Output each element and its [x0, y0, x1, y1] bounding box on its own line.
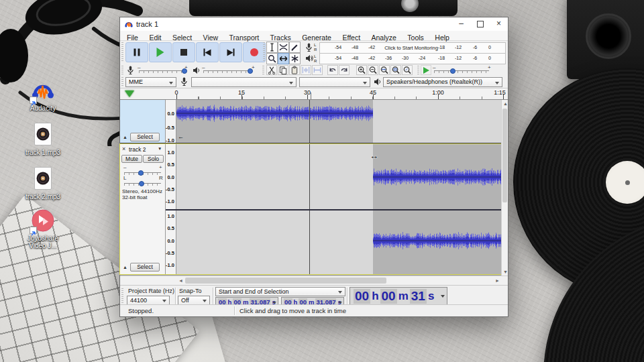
menu-analyze[interactable]: Analyze: [368, 33, 400, 42]
horizontal-scrollbar[interactable]: ◄ ►: [120, 276, 508, 286]
menu-help[interactable]: Help: [431, 33, 453, 42]
scroll-up-icon[interactable]: ▲: [503, 101, 508, 106]
horizontal-scroll-thumb[interactable]: [185, 278, 386, 284]
scroll-down-icon[interactable]: ▼: [503, 269, 508, 274]
recording-volume-thumb[interactable]: [182, 68, 187, 74]
skip-to-start-button[interactable]: [196, 42, 219, 62]
track-2-ch2-clip[interactable]: [373, 210, 502, 274]
envelope-tool-button[interactable]: [278, 42, 289, 53]
zoom-toggle-button[interactable]: [402, 65, 413, 75]
title-bar[interactable]: track 1 – ×: [120, 17, 508, 32]
zoom-out-button[interactable]: [368, 65, 378, 75]
menu-generate[interactable]: Generate: [298, 33, 335, 42]
pause-button[interactable]: [125, 42, 148, 62]
track-menu-arrow-icon[interactable]: ▼: [158, 146, 162, 151]
track-1-waveform-area[interactable]: ←: [176, 100, 502, 143]
track-1-vertical-ruler[interactable]: 0.0 -0.5 -1.0: [166, 100, 176, 143]
track-2-ch2-waveform-area[interactable]: [176, 210, 502, 274]
paste-button[interactable]: [289, 65, 300, 75]
stop-button[interactable]: [172, 42, 195, 62]
minimize-button[interactable]: –: [452, 17, 470, 30]
playback-volume-slider[interactable]: [203, 70, 252, 73]
record-button[interactable]: [243, 42, 266, 62]
vertical-scroll-thumb[interactable]: [502, 109, 507, 202]
play-at-speed-button[interactable]: [421, 65, 431, 75]
skip-to-end-button[interactable]: [219, 42, 242, 62]
selection-tool-button[interactable]: [266, 42, 278, 53]
play-button[interactable]: [149, 42, 172, 62]
maximize-button[interactable]: [471, 17, 489, 30]
menu-file[interactable]: File: [123, 33, 142, 42]
playback-meter[interactable]: -54 -48 -42 -36 -30 -24 -18 -12 -6 0: [319, 53, 506, 64]
toolbar-grip[interactable]: [121, 66, 123, 74]
track-2-control-panel[interactable]: × track 2 ▼ Mute Solo – + L R Stereo, 44…: [120, 144, 166, 274]
track-2-select-button[interactable]: Select: [130, 263, 160, 272]
menu-edit[interactable]: Edit: [145, 33, 165, 42]
copy-button[interactable]: [278, 65, 288, 75]
menu-select[interactable]: Select: [168, 33, 196, 42]
toolbar-grip[interactable]: [121, 42, 123, 61]
menu-view[interactable]: View: [199, 33, 223, 42]
scroll-left-icon[interactable]: ◄: [178, 278, 183, 283]
toolbar-grip[interactable]: [121, 77, 123, 86]
separator: [175, 288, 176, 305]
recording-channels-select[interactable]: [299, 77, 370, 87]
desktop-icon-track1-mp3[interactable]: track 1.mp3: [15, 122, 71, 156]
desktop-icon-joyoshare[interactable]: JoyoshareVideo J...: [15, 208, 71, 249]
audio-host-select[interactable]: MME: [125, 77, 176, 87]
project-rate-select[interactable]: 44100: [127, 296, 170, 305]
track-2-name[interactable]: track 2: [129, 146, 146, 153]
track-2-ch1-waveform-area[interactable]: [176, 144, 502, 209]
track-2-ch2-ruler[interactable]: 1.0 0.5 0.0 -0.5 -1.0: [166, 210, 176, 274]
draw-tool-button[interactable]: [289, 42, 301, 53]
scroll-right-icon[interactable]: ►: [495, 278, 500, 283]
playback-device-select[interactable]: Speakers/Headphones (Realtek(R)): [383, 77, 502, 87]
close-button[interactable]: ×: [490, 17, 508, 30]
menu-tracks[interactable]: Tracks: [266, 33, 295, 42]
recording-meter[interactable]: -54 -48 -42 Click to Start Monitoring -1…: [319, 42, 506, 54]
vertical-scrollbar[interactable]: ▲ ▼: [501, 100, 508, 276]
track-2-ch1-ruler[interactable]: 1.0 0.5 0.0 -0.5 -1.0: [166, 144, 176, 209]
track-1-select-button[interactable]: Select: [130, 133, 160, 141]
play-speed-thumb[interactable]: [450, 68, 455, 74]
selection-mode-select[interactable]: Start and End of Selection: [215, 287, 345, 296]
track-1-control-panel[interactable]: ▲ Select: [120, 100, 166, 143]
menu-effect[interactable]: Effect: [338, 33, 364, 42]
desktop-icon-audacity[interactable]: Audacity: [15, 78, 71, 112]
snap-to-select[interactable]: Off: [178, 296, 210, 305]
toolbar-grip[interactable]: [121, 288, 123, 304]
cut-button[interactable]: [266, 65, 277, 75]
pan-slider-thumb[interactable]: [139, 181, 144, 186]
toolbar-grip[interactable]: [263, 42, 265, 61]
solo-button[interactable]: Solo: [143, 155, 164, 163]
recording-device-select[interactable]: [191, 77, 297, 87]
play-speed-slider[interactable]: [434, 70, 489, 73]
redo-button[interactable]: [339, 65, 350, 75]
pinned-playhead-icon[interactable]: [125, 90, 134, 97]
menu-tools[interactable]: Tools: [403, 33, 428, 42]
zoom-in-button[interactable]: [356, 65, 367, 75]
toolbar-grip[interactable]: [262, 66, 264, 74]
gain-slider-thumb[interactable]: [138, 170, 144, 176]
track-1-clip[interactable]: [176, 100, 373, 143]
trim-audio-button[interactable]: [301, 65, 311, 75]
desktop-icon-track2-mp3[interactable]: track 2.mp3: [15, 166, 71, 200]
zoom-tool-button[interactable]: [266, 53, 278, 64]
recording-volume-slider[interactable]: [139, 70, 187, 73]
timeline-ruler[interactable]: 0 15 30 45 1:00 1:15: [120, 88, 508, 100]
playback-volume-thumb[interactable]: [248, 68, 253, 74]
collapse-arrow-icon[interactable]: ▲: [123, 135, 127, 139]
collapse-arrow-icon[interactable]: ▲: [123, 265, 127, 269]
toolbar-grip[interactable]: [417, 66, 419, 74]
audio-position-display[interactable]: 00h00m31s: [350, 287, 447, 305]
silence-audio-button[interactable]: [312, 65, 323, 75]
mute-button[interactable]: Mute: [121, 155, 142, 163]
fit-project-button[interactable]: [390, 65, 401, 75]
fit-selection-button[interactable]: [379, 65, 390, 75]
undo-button[interactable]: [327, 65, 338, 75]
menu-transport[interactable]: Transport: [225, 33, 264, 42]
track-2-ch1-clip[interactable]: [373, 144, 502, 209]
track-close-icon[interactable]: ×: [122, 145, 125, 152]
timeshift-tool-button[interactable]: [278, 53, 289, 64]
multi-tool-button[interactable]: [289, 53, 301, 64]
